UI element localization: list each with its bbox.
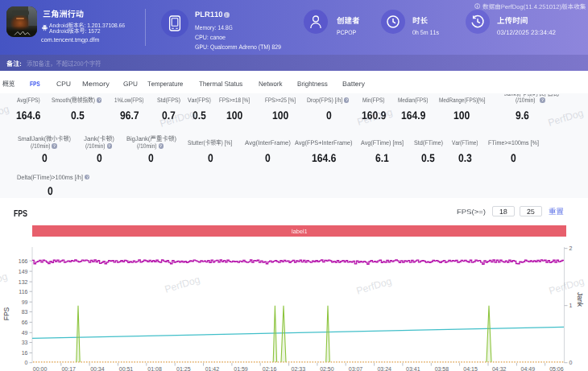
svg-text:03:58: 03:58 <box>435 366 449 371</box>
svg-text:01:25: 01:25 <box>176 366 191 371</box>
svg-text:99: 99 <box>22 299 28 305</box>
svg-text:02:33: 02:33 <box>292 366 306 371</box>
svg-text:03:41: 03:41 <box>406 366 420 371</box>
svg-text:02:16: 02:16 <box>263 366 277 371</box>
svg-text:00:00: 00:00 <box>33 366 48 371</box>
svg-text:0: 0 <box>25 360 28 365</box>
svg-text:03:24: 03:24 <box>377 366 391 371</box>
svg-text:01:59: 01:59 <box>234 366 248 371</box>
svg-text:00:17: 00:17 <box>61 366 76 371</box>
svg-text:04:49: 04:49 <box>521 366 536 371</box>
svg-text:1: 1 <box>569 303 573 308</box>
svg-text:Jank: Jank <box>576 292 584 307</box>
svg-text:49: 49 <box>22 330 28 336</box>
svg-text:33: 33 <box>22 340 28 345</box>
svg-text:0: 0 <box>569 360 573 365</box>
svg-text:00:34: 00:34 <box>90 366 105 371</box>
svg-text:FPS: FPS <box>2 307 10 320</box>
svg-text:03:07: 03:07 <box>349 366 363 371</box>
svg-text:149: 149 <box>19 269 28 274</box>
svg-text:16: 16 <box>22 350 28 356</box>
svg-text:2: 2 <box>569 245 573 251</box>
svg-text:04:15: 04:15 <box>463 366 478 371</box>
svg-text:83: 83 <box>22 309 28 315</box>
svg-text:01:42: 01:42 <box>205 366 220 371</box>
svg-text:00:51: 00:51 <box>119 366 134 371</box>
svg-text:05:06: 05:06 <box>549 366 564 371</box>
svg-text:132: 132 <box>19 279 28 285</box>
svg-text:66: 66 <box>22 319 28 325</box>
svg-text:01:08: 01:08 <box>147 366 162 371</box>
svg-text:116: 116 <box>19 289 27 295</box>
svg-text:04:32: 04:32 <box>492 366 507 371</box>
svg-text:166: 166 <box>19 258 28 264</box>
svg-text:02:50: 02:50 <box>320 366 334 371</box>
